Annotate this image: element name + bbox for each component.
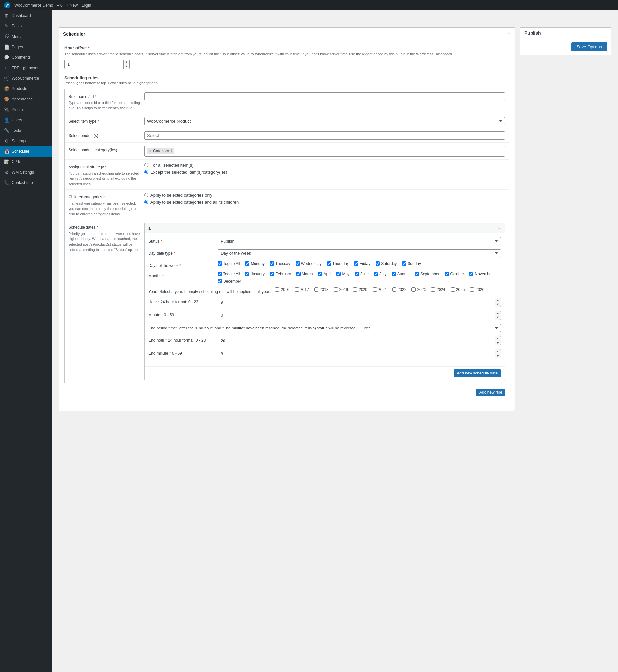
sidebar-item-pages[interactable]: 📄 Pages [0, 42, 52, 52]
day-thursday[interactable]: Thursday [327, 261, 349, 266]
sidebar-item-dashboard[interactable]: ⊞ Dashboard [0, 10, 52, 21]
sidebar-item-plugins[interactable]: 🔌 Plugins [0, 104, 52, 115]
sidebar-item-posts[interactable]: ✎ Posts [0, 21, 52, 31]
sidebar-item-label: Media [12, 34, 22, 39]
schedule-date-1-header[interactable]: 1 − [144, 223, 505, 233]
status-select[interactable]: Publish Draft Private Pending [218, 237, 501, 245]
end-minute-decrement[interactable]: ▼ [495, 354, 501, 358]
day-wednesday[interactable]: Wednesday [296, 261, 322, 266]
sidebar-item-products[interactable]: 📦 Products [0, 84, 52, 94]
month-june[interactable]: June [355, 272, 369, 276]
year-2017[interactable]: 2017 [295, 288, 309, 292]
assignment-for-all-radio[interactable] [144, 163, 148, 167]
day-sunday[interactable]: Sunday [402, 261, 421, 266]
day-date-type-select[interactable]: Day of the week Specific date Day of mon… [218, 249, 501, 257]
sidebar-item-label: CPTs [12, 159, 21, 164]
tools-icon: 🔧 [4, 128, 9, 133]
sidebar-item-tools[interactable]: 🔧 Tools [0, 125, 52, 136]
hour-decrement[interactable]: ▼ [495, 302, 501, 307]
sidebar-item-cpts[interactable]: 📝 CPTs [0, 156, 52, 167]
sidebar-item-contact-info[interactable]: 📞 Contact Info [0, 178, 52, 188]
panel-toggle-button[interactable]: − [507, 30, 511, 37]
rule-name-input[interactable]: WooCommerce Products rule 1 [144, 92, 505, 101]
pages-icon: 📄 [4, 44, 9, 49]
end-hour-control: 20 ▲ ▼ [218, 336, 501, 345]
sidebar-item-woocommerce[interactable]: 🛒 WooCommerce [0, 73, 52, 84]
year-2016[interactable]: 2016 [275, 288, 289, 292]
category-tag-input[interactable]: × Category 1 [144, 146, 505, 156]
year-2023[interactable]: 2023 [411, 288, 426, 292]
year-2018[interactable]: 2018 [314, 288, 329, 292]
select-products-input[interactable] [144, 131, 505, 140]
year-2020[interactable]: 2020 [353, 288, 368, 292]
month-april[interactable]: April [318, 272, 331, 276]
year-2021[interactable]: 2021 [373, 288, 387, 292]
month-january[interactable]: January [245, 272, 265, 276]
sidebar-item-users[interactable]: 👤 Users [0, 115, 52, 125]
assignment-except-option[interactable]: Except the selected item(s)/category(ies… [144, 170, 505, 175]
hour-increment[interactable]: ▲ [495, 298, 501, 303]
end-minute-increment[interactable]: ▲ [495, 349, 501, 354]
sidebar-item-settings[interactable]: ⚙ Settings [0, 136, 52, 146]
month-august[interactable]: August [392, 272, 410, 276]
adminbar-new[interactable]: + New [67, 3, 78, 7]
hour-offset-increment[interactable]: ▲ [124, 60, 129, 65]
minute-decrement[interactable]: ▼ [495, 316, 501, 320]
sidebar-item-appearance[interactable]: 🎨 Appearance [0, 94, 52, 104]
sidebar-item-media[interactable]: 🖼 Media [0, 31, 52, 42]
tag-remove-icon[interactable]: × [149, 149, 152, 153]
hour-input[interactable]: 9 [218, 298, 495, 307]
add-new-schedule-date-button[interactable]: Add new schedule date [453, 369, 501, 377]
adminbar-updates[interactable]: ● 0 [57, 3, 62, 7]
sidebar-item-comments[interactable]: 💬 Comments [0, 52, 52, 63]
day-monday[interactable]: Monday [245, 261, 265, 266]
month-november[interactable]: November [469, 272, 493, 276]
month-may[interactable]: May [336, 272, 349, 276]
end-hour-decrement[interactable]: ▼ [495, 341, 501, 345]
sidebar-item-tpf[interactable]: □ TPF Lightboxes [0, 63, 52, 73]
end-hour-increment[interactable]: ▲ [495, 336, 501, 341]
assignment-for-all-option[interactable]: For all selected item(s) [144, 163, 505, 168]
day-friday[interactable]: Friday [354, 261, 370, 266]
hour-offset-input[interactable]: 1 [65, 60, 123, 69]
schedule-date-1-toggle[interactable]: − [498, 225, 501, 231]
hour-offset-decrement[interactable]: ▼ [124, 64, 129, 69]
sidebar-item-scheduler[interactable]: 📅 Scheduler [0, 146, 52, 156]
adminbar-login[interactable]: Login [82, 3, 91, 7]
day-tuesday[interactable]: Tuesday [270, 261, 290, 266]
item-type-row: Select item type * WooCoomerce product P… [65, 114, 509, 128]
month-december[interactable]: December [218, 279, 241, 284]
month-march[interactable]: March [296, 272, 313, 276]
save-options-button[interactable]: Save Options [571, 42, 607, 51]
adminbar-site-name[interactable]: WooCommerce Demo [14, 3, 53, 7]
year-2025[interactable]: 2025 [450, 288, 465, 292]
add-new-rule-button[interactable]: Add new rule [476, 388, 505, 397]
minute-increment[interactable]: ▲ [495, 311, 501, 316]
year-2022[interactable]: 2022 [392, 288, 407, 292]
month-toggle-all[interactable]: Toggle All [218, 272, 240, 276]
sidebar-item-wm-settings[interactable]: ⚙ WM Settings [0, 167, 52, 178]
month-october[interactable]: October [445, 272, 464, 276]
month-july[interactable]: July [374, 272, 386, 276]
item-type-select[interactable]: WooCoomerce product Post Page [144, 117, 505, 125]
year-2019[interactable]: 2019 [334, 288, 348, 292]
category-tag-text-input[interactable] [176, 147, 502, 155]
children-all-option[interactable]: Apply to selected categories and all its… [144, 200, 505, 205]
month-september[interactable]: September [415, 272, 439, 276]
end-minute-input[interactable]: 8 [218, 349, 495, 358]
assignment-except-radio[interactable] [144, 170, 148, 174]
children-selected-only-option[interactable]: Apply to selected categories only [144, 193, 505, 198]
day-saturday[interactable]: Saturday [376, 261, 397, 266]
year-2024[interactable]: 2024 [431, 288, 445, 292]
minute-input[interactable]: 0 [218, 311, 495, 320]
wp-logo[interactable]: W [4, 2, 10, 8]
children-selected-only-radio[interactable] [144, 193, 148, 197]
children-all-radio[interactable] [144, 200, 148, 204]
sidebar-item-label: Plugins [12, 107, 24, 112]
year-2026[interactable]: 2026 [470, 288, 484, 292]
month-february[interactable]: February [270, 272, 291, 276]
end-hour-input[interactable]: 20 [218, 336, 495, 345]
end-period-time-select[interactable]: Yes No [360, 324, 501, 332]
day-toggle-all[interactable]: Toggle All [218, 261, 240, 266]
contact-icon: 📞 [4, 180, 9, 185]
